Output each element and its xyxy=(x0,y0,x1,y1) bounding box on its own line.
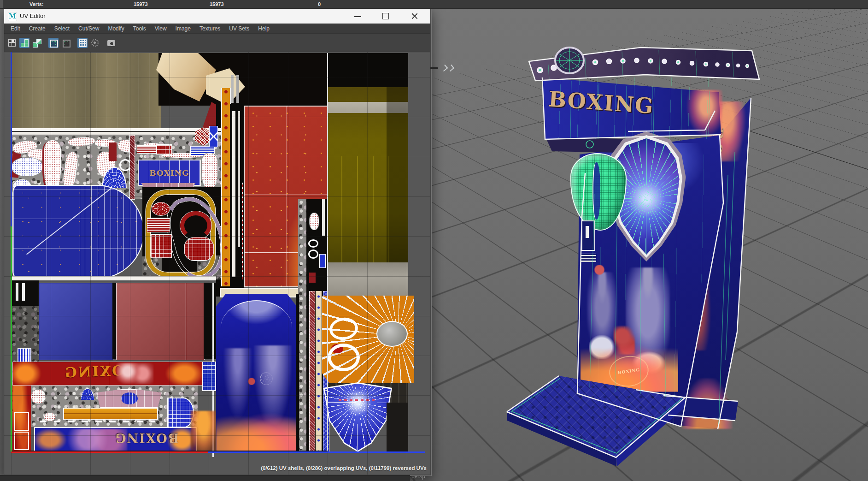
verts-count-c: 0 xyxy=(318,1,321,7)
uv-ext-blue-shield xyxy=(325,384,391,451)
uv-gravel-band-3 xyxy=(31,386,198,427)
lower-panel-strip xyxy=(0,475,410,481)
uv-blue-corner-piece xyxy=(202,362,216,391)
marquee-on-icon[interactable] xyxy=(48,38,59,48)
uv-status-text: (0/612) UV shells, (0/286) overlapping U… xyxy=(261,465,427,471)
uv-front-panel-shell xyxy=(216,294,297,451)
marquee-wire-overlay xyxy=(542,77,722,139)
verts-count-b: 15973 xyxy=(210,1,224,7)
verts-count-a: 15973 xyxy=(134,1,148,7)
maya-screen: BOXING BOXING xyxy=(0,0,868,481)
uv-grid-icon[interactable] xyxy=(7,38,17,48)
pixel-snap-icon[interactable] xyxy=(77,38,88,48)
boxing-machine-model[interactable]: BOXING BOXING xyxy=(479,37,792,480)
menu-modify[interactable]: Modify xyxy=(108,25,124,32)
uv-white-row xyxy=(11,276,216,280)
uv-blue-banner: BOXING xyxy=(34,427,197,453)
uv-ext-bottom-dark xyxy=(387,403,408,451)
uv-top-olive-streaks xyxy=(11,53,161,130)
uv-texture-collage: BOXING xyxy=(4,52,430,475)
title-bar[interactable]: M UV Editor xyxy=(4,9,430,24)
uv-blue-banner-text: BOXING xyxy=(105,431,179,445)
uv-texture-border-right xyxy=(327,53,328,451)
menu-bar: Edit Create Select Cut/Sew Modify Tools … xyxy=(4,24,430,34)
menu-image[interactable]: Image xyxy=(176,25,191,32)
menu-select[interactable]: Select xyxy=(54,25,70,32)
uv-ext-olive xyxy=(328,87,408,262)
uv-ext-gray-band xyxy=(328,262,408,299)
uv-blue-hatch-rect xyxy=(39,283,113,360)
uv-blue-shell xyxy=(12,185,144,279)
emblem-text: BOXING xyxy=(617,368,640,375)
heads-up-display: Verts: 15973 15973 0 xyxy=(0,0,868,9)
minimize-button[interactable] xyxy=(347,9,369,24)
bag-center-slit xyxy=(592,162,600,220)
bag-mount-pole xyxy=(591,128,604,156)
menu-help[interactable]: Help xyxy=(258,25,270,32)
uv-orange-strip xyxy=(221,88,231,286)
uv-orange-bar xyxy=(63,408,158,420)
panel-expand-icon[interactable] xyxy=(441,65,454,71)
uv-axis-v-blue xyxy=(11,52,12,226)
uv-bar-column xyxy=(230,104,245,286)
boxer-left-glove xyxy=(593,265,605,275)
marquee-off-icon[interactable] xyxy=(61,38,71,48)
menu-cutsew[interactable]: Cut/Sew xyxy=(78,25,99,32)
maximize-button[interactable] xyxy=(375,9,396,24)
uv-axis-u-blue xyxy=(208,451,425,453)
uv-hatch-strip xyxy=(129,135,135,200)
uv-red-hatch-rect xyxy=(116,283,205,360)
uv-sign-text: BOXING xyxy=(149,168,189,178)
hud-left-nub xyxy=(0,0,3,8)
front-artwork: BOXING xyxy=(581,218,678,392)
uv-axis-u-red xyxy=(11,451,208,453)
uv-red-banner: BOXING xyxy=(12,362,203,386)
menu-uvsets[interactable]: UV Sets xyxy=(229,25,249,32)
shade-uvs-icon[interactable] xyxy=(90,38,100,48)
maya-icon: M xyxy=(8,12,17,21)
uv-orange-flame-strip xyxy=(191,411,216,451)
uv-canvas[interactable]: BOXING xyxy=(4,52,430,475)
uv-red-column xyxy=(12,386,31,452)
window-title: UV Editor xyxy=(20,12,46,19)
uv-gold-ring-zone xyxy=(142,187,221,279)
menu-tools[interactable]: Tools xyxy=(133,25,146,32)
menu-edit[interactable]: Edit xyxy=(11,25,20,32)
cut-sew-icon[interactable] xyxy=(32,38,42,48)
verts-label: Verts: xyxy=(29,1,44,7)
menu-create[interactable]: Create xyxy=(29,25,46,32)
uv-pink-trapezoid xyxy=(96,389,162,408)
uv-ext-sunburst xyxy=(322,296,414,383)
toolbar: Boxer Arcade Machine RGB xyxy=(4,34,430,52)
uv-blue-grid-shape xyxy=(167,398,194,428)
uv-boxing-sign: BOXING xyxy=(138,160,201,186)
menu-view[interactable]: View xyxy=(155,25,167,32)
close-button[interactable] xyxy=(404,9,425,24)
menu-textures[interactable]: Textures xyxy=(199,25,220,32)
uv-ext-black-top xyxy=(328,53,408,87)
move-shell-icon[interactable] xyxy=(19,38,29,48)
uv-editor-window: M UV Editor Edit Create Select Cut/Sew M… xyxy=(4,8,432,476)
uv-axis-v-green xyxy=(11,226,12,451)
uv-snapshot-icon[interactable] xyxy=(106,38,117,48)
